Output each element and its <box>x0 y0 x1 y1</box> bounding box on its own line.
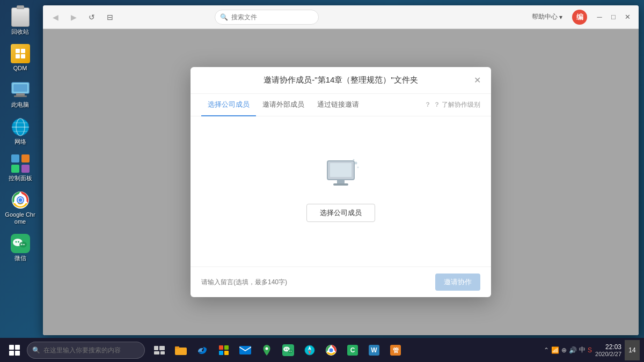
maximize-button[interactable]: □ <box>608 11 619 23</box>
edge-icon <box>197 345 208 356</box>
window-controls: ─ □ ✕ <box>594 11 633 23</box>
this-pc-label: 此电脑 <box>11 101 29 108</box>
select-company-member-button[interactable]: 选择公司成员 <box>306 203 375 221</box>
maps-taskbar-button[interactable] <box>257 340 277 360</box>
page-number: 14 <box>628 346 635 354</box>
back-button[interactable]: ◀ <box>48 10 62 24</box>
network-label: 网络 <box>14 138 26 145</box>
tray-volume-icon[interactable]: 🔊 <box>569 346 577 354</box>
tray-chevron-icon[interactable]: ⌃ <box>544 346 549 354</box>
help-dropdown-icon: ▾ <box>559 13 562 21</box>
orange-app-icon: 管 <box>390 344 401 356</box>
mail-icon <box>239 346 251 354</box>
desktop-icon-recycle-bin[interactable]: 回收站 <box>2 5 39 38</box>
taskbar-search-icon: 🔍 <box>32 346 40 354</box>
svg-rect-45 <box>219 351 223 355</box>
control-panel-icon <box>11 154 30 173</box>
tray-security-icon[interactable]: S <box>588 346 592 354</box>
desktop-icon-this-pc[interactable]: 此电脑 <box>2 78 39 110</box>
desktop-icon-control-panel[interactable]: 控制面板 <box>2 152 39 184</box>
task-view-icon <box>154 346 165 354</box>
edge-taskbar-button[interactable] <box>192 340 213 360</box>
help-collaboration-level[interactable]: ？ ？ 了解协作级别 <box>425 100 480 109</box>
svg-point-33 <box>355 161 357 164</box>
forward-button[interactable]: ▶ <box>67 10 80 24</box>
svg-rect-16 <box>21 165 30 173</box>
empty-state-illustration <box>319 155 362 193</box>
tray-network-icon[interactable]: 📶 <box>551 346 559 354</box>
search-icon: 🔍 <box>220 13 228 21</box>
navigation-taskbar-button[interactable] <box>299 340 320 360</box>
svg-text:C: C <box>350 346 355 354</box>
search-wrapper: 🔍 <box>215 10 429 25</box>
desktop: 回收站 QDM <box>0 0 644 338</box>
desktop-icon-chrome[interactable]: Google Chrome <box>2 188 39 227</box>
wechat-taskbar-icon <box>282 344 294 356</box>
tab-company-members[interactable]: 选择公司成员 <box>201 93 256 116</box>
svg-rect-3 <box>21 54 25 58</box>
desktop-icon-qdm[interactable]: QDM <box>2 42 39 74</box>
empty-state: 选择公司成员 <box>306 144 375 238</box>
svg-point-27 <box>21 244 22 245</box>
minimize-button[interactable]: ─ <box>594 11 605 23</box>
svg-rect-15 <box>11 165 19 173</box>
start-button[interactable] <box>4 340 25 360</box>
user-avatar[interactable]: 编 <box>572 10 587 25</box>
wechat-taskbar-button[interactable] <box>278 340 298 360</box>
svg-rect-31 <box>337 179 345 183</box>
refresh-button[interactable]: ↺ <box>85 10 99 24</box>
desktop-icons-sidebar: 回收站 QDM <box>0 0 40 338</box>
taskbar-search-input[interactable] <box>27 342 145 359</box>
svg-point-34 <box>357 166 359 168</box>
desktop-icon-wechat[interactable]: 微信 <box>2 232 39 264</box>
help-center-button[interactable]: 帮助中心 ▾ <box>526 10 568 24</box>
blue-app-taskbar-button[interactable]: W <box>364 340 384 360</box>
desktop-icon-network[interactable]: 网络 <box>2 115 39 147</box>
recycle-bin-label: 回收站 <box>11 28 29 35</box>
svg-point-26 <box>19 242 27 248</box>
store-taskbar-button[interactable] <box>214 340 234 360</box>
svg-rect-42 <box>175 346 179 349</box>
right-controls: 帮助中心 ▾ 编 ─ □ ✕ <box>526 10 633 25</box>
modal-footer: 邀请协作 <box>191 266 491 297</box>
send-invite-button[interactable]: 邀请协作 <box>435 273 480 290</box>
svg-text:管: 管 <box>393 347 399 353</box>
tab-external-members[interactable]: 邀请外部成员 <box>256 93 311 116</box>
svg-rect-13 <box>11 154 19 162</box>
svg-rect-36 <box>154 346 158 350</box>
svg-point-28 <box>23 244 24 245</box>
tray-wifi-icon[interactable]: ⊕ <box>561 346 567 354</box>
task-view-button[interactable] <box>149 340 170 360</box>
green-app-taskbar-button[interactable]: C <box>342 340 363 360</box>
svg-rect-1 <box>21 49 25 53</box>
wechat-label: 微信 <box>14 255 26 262</box>
chrome-taskbar-button[interactable] <box>321 340 341 360</box>
blue-app-icon: W <box>368 344 380 356</box>
tab-link-invite[interactable]: 通过链接邀请 <box>311 93 365 116</box>
svg-rect-7 <box>13 84 27 92</box>
modal-body: 选择公司成员 <box>191 116 491 266</box>
tray-input-method-icon[interactable]: 中 <box>579 345 586 354</box>
mail-taskbar-button[interactable] <box>235 340 255 360</box>
search-input[interactable] <box>215 10 319 25</box>
svg-point-55 <box>291 351 292 352</box>
this-pc-icon <box>11 82 30 99</box>
svg-rect-32 <box>333 183 348 185</box>
view-toggle-button[interactable]: ⊟ <box>103 10 117 24</box>
taskbar-clock[interactable]: 22:03 2020/2/27 <box>595 343 621 357</box>
file-explorer-taskbar-button[interactable] <box>171 340 191 360</box>
file-manager-window: ◀ ▶ ↺ ⊟ 🔍 帮助中心 ▾ 编 ─ □ ✕ <box>43 5 639 335</box>
modal-close-button[interactable]: ✕ <box>471 73 484 86</box>
svg-rect-0 <box>16 49 20 53</box>
navigation-icon <box>304 345 315 356</box>
maps-icon <box>262 345 272 356</box>
windows-logo-icon <box>9 345 20 356</box>
message-input[interactable] <box>201 273 430 290</box>
taskbar: 🔍 <box>0 338 644 362</box>
svg-rect-14 <box>21 154 30 162</box>
orange-app-taskbar-button[interactable]: 管 <box>385 340 406 360</box>
taskbar-system-tray: ⌃ 📶 ⊕ 🔊 中 S 22:03 2020/2/27 14 <box>544 340 640 360</box>
invite-collaborator-modal: 邀请协作成员-"第14章（整理规范）"文件夹 ✕ 选择公司成员 邀请外部成员 通… <box>191 67 491 297</box>
close-window-button[interactable]: ✕ <box>621 11 633 23</box>
svg-point-35 <box>353 159 355 160</box>
